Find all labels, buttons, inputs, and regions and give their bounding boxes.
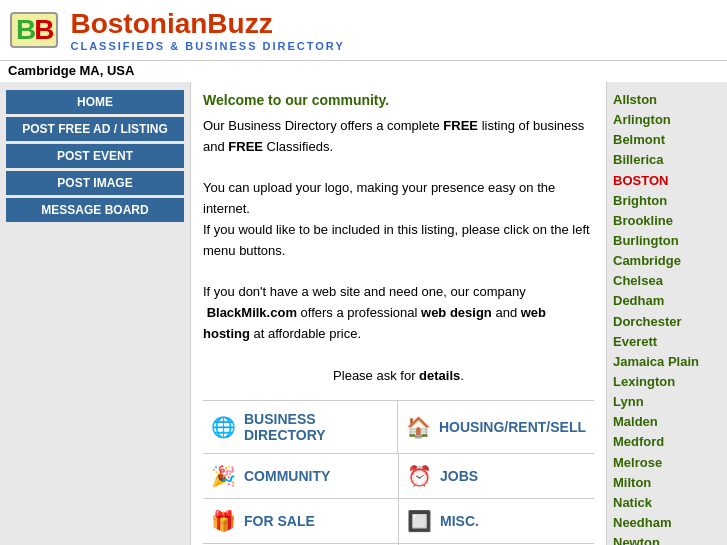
logo-text: BostonianBuzz CLASSIFIEDS & BUSINESS DIR… bbox=[70, 8, 344, 52]
city-link-boston[interactable]: BOSTON bbox=[613, 171, 721, 191]
city-link-lexington[interactable]: Lexington bbox=[613, 372, 721, 392]
business-directory-cat-icon: 🌐 bbox=[211, 415, 236, 439]
city-link-milton[interactable]: Milton bbox=[613, 473, 721, 493]
post-ad-button[interactable]: POST FREE AD / LISTING bbox=[6, 117, 184, 141]
city-link-dorchester[interactable]: Dorchester bbox=[613, 312, 721, 332]
location-text: Cambridge MA, USA bbox=[8, 63, 134, 78]
for-sale-cat-label: FOR SALE bbox=[244, 513, 315, 529]
site-title: BostonianBuzz bbox=[70, 8, 344, 40]
city-link-lynn[interactable]: Lynn bbox=[613, 392, 721, 412]
home-button[interactable]: HOME bbox=[6, 90, 184, 114]
main-content: Welcome to our community. Our Business D… bbox=[190, 82, 607, 545]
category-grid: 🌐BUSINESS DIRECTORY🏠HOUSING/RENT/SELL🎉CO… bbox=[203, 400, 594, 545]
city-link-allston[interactable]: Allston bbox=[613, 90, 721, 110]
city-link-medford[interactable]: Medford bbox=[613, 432, 721, 452]
post-event-button[interactable]: POST EVENT bbox=[6, 144, 184, 168]
city-link-everett[interactable]: Everett bbox=[613, 332, 721, 352]
site-subtitle: CLASSIFIEDS & BUSINESS DIRECTORY bbox=[70, 40, 344, 52]
community-cat[interactable]: 🎉COMMUNITY bbox=[203, 454, 399, 498]
cities-sidebar: AllstonArlingtonBelmontBillericaBOSTONBr… bbox=[607, 82, 727, 545]
city-link-newton[interactable]: Newton bbox=[613, 533, 721, 545]
misc-cat-label: MISC. bbox=[440, 513, 479, 529]
ask-details-para: Please ask for details. bbox=[203, 366, 594, 387]
jobs-cat[interactable]: ⏰JOBS bbox=[399, 454, 594, 498]
city-link-natick[interactable]: Natick bbox=[613, 493, 721, 513]
city-link-brookline[interactable]: Brookline bbox=[613, 211, 721, 231]
city-link-melrose[interactable]: Melrose bbox=[613, 453, 721, 473]
logo-b1: B bbox=[16, 14, 34, 45]
community-cat-icon: 🎉 bbox=[211, 464, 236, 488]
business-directory-cat[interactable]: 🌐BUSINESS DIRECTORY bbox=[203, 401, 398, 453]
main-layout: HOMEPOST FREE AD / LISTINGPOST EVENTPOST… bbox=[0, 82, 727, 545]
jobs-cat-label: JOBS bbox=[440, 468, 478, 484]
web-design-label: web design bbox=[421, 305, 492, 320]
jobs-cat-icon: ⏰ bbox=[407, 464, 432, 488]
free-label-1: FREE bbox=[443, 118, 478, 133]
free-label-2: FREE bbox=[228, 139, 263, 154]
company-name: BlackMilk.com bbox=[207, 305, 297, 320]
location-bar: Cambridge MA, USA bbox=[0, 61, 727, 82]
intro-para3: If you don't have a web site and need on… bbox=[203, 282, 594, 344]
city-link-chelsea[interactable]: Chelsea bbox=[613, 271, 721, 291]
housing-cat-label: HOUSING/RENT/SELL bbox=[439, 419, 586, 435]
details-label: details bbox=[419, 368, 460, 383]
community-cat-label: COMMUNITY bbox=[244, 468, 330, 484]
city-link-cambridge[interactable]: Cambridge bbox=[613, 251, 721, 271]
housing-cat-icon: 🏠 bbox=[406, 415, 431, 439]
intro-para1: Our Business Directory offers a complete… bbox=[203, 116, 594, 158]
business-directory-cat-label: BUSINESS DIRECTORY bbox=[244, 411, 389, 443]
message-board-button[interactable]: MESSAGE BOARD bbox=[6, 198, 184, 222]
misc-cat-icon: 🔲 bbox=[407, 509, 432, 533]
city-link-brighton[interactable]: Brighton bbox=[613, 191, 721, 211]
city-link-needham[interactable]: Needham bbox=[613, 513, 721, 533]
city-link-malden[interactable]: Malden bbox=[613, 412, 721, 432]
intro-para2: You can upload your logo, making your pr… bbox=[203, 178, 594, 261]
city-link-billerica[interactable]: Billerica bbox=[613, 150, 721, 170]
city-link-arlington[interactable]: Arlington bbox=[613, 110, 721, 130]
intro-text: Our Business Directory offers a complete… bbox=[203, 116, 594, 386]
left-sidebar: HOMEPOST FREE AD / LISTINGPOST EVENTPOST… bbox=[0, 82, 190, 545]
city-link-belmont[interactable]: Belmont bbox=[613, 130, 721, 150]
city-link-dedham[interactable]: Dedham bbox=[613, 291, 721, 311]
misc-cat[interactable]: 🔲MISC. bbox=[399, 499, 594, 543]
logo-bb-icon: BB bbox=[10, 12, 58, 48]
logo-b2: B bbox=[34, 14, 52, 45]
housing-cat[interactable]: 🏠HOUSING/RENT/SELL bbox=[398, 401, 594, 453]
city-link-jamaica-plain[interactable]: Jamaica Plain bbox=[613, 352, 721, 372]
header: BB BostonianBuzz CLASSIFIEDS & BUSINESS … bbox=[0, 0, 727, 61]
for-sale-cat[interactable]: 🎁FOR SALE bbox=[203, 499, 399, 543]
city-link-burlington[interactable]: Burlington bbox=[613, 231, 721, 251]
category-row: 🎁FOR SALE🔲MISC. bbox=[203, 499, 594, 544]
category-row: 🎉COMMUNITY⏰JOBS bbox=[203, 454, 594, 499]
sidebar-nav: HOMEPOST FREE AD / LISTINGPOST EVENTPOST… bbox=[6, 90, 184, 222]
welcome-title: Welcome to our community. bbox=[203, 92, 594, 108]
category-row: 🌐BUSINESS DIRECTORY🏠HOUSING/RENT/SELL bbox=[203, 401, 594, 454]
post-image-button[interactable]: POST IMAGE bbox=[6, 171, 184, 195]
for-sale-cat-icon: 🎁 bbox=[211, 509, 236, 533]
